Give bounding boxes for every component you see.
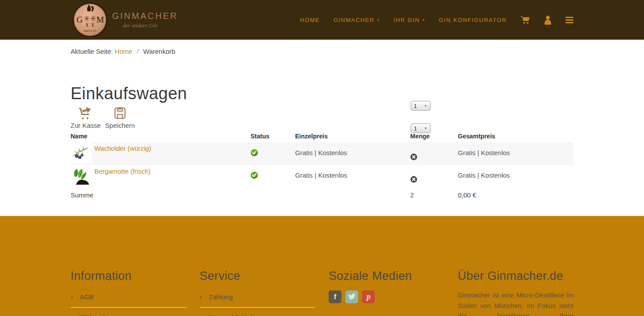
nav-gin-konfigurator[interactable]: GIN KONFIGURATOR	[439, 17, 507, 23]
cart-row-bergamotte: Bergamotte (frisch) Gratis | Kostenlos	[71, 165, 573, 187]
footer-column-social: Soziale Medien f p Newsletter	[329, 269, 445, 316]
user-account-button[interactable]	[544, 15, 552, 25]
breadcrumb-prefix: Aktuelle Seite:	[71, 48, 113, 55]
nav-ihr-gin[interactable]: IHR GIN▾	[393, 17, 425, 23]
nav-ginmacher[interactable]: GINMACHER▾	[333, 17, 380, 23]
nav-home[interactable]: HOME	[300, 17, 320, 23]
select-arrow-icon: ▼	[424, 104, 427, 108]
main-content: Aktuelle Seite: Home / Warenkorb Einkauf…	[0, 40, 644, 216]
chevron-right-icon: ›	[200, 313, 202, 316]
unit-price: Gratis | Kostenlos	[295, 149, 347, 156]
product-thumbnail-wacholder	[71, 142, 92, 164]
remove-item-button-bergamotte[interactable]	[410, 176, 417, 184]
list-item: › AGB	[71, 290, 187, 308]
monogram-g: G	[77, 15, 83, 24]
status-ok-icon	[251, 171, 258, 179]
cart-table: Name Status Einzelpreis Menge Gesamtprei…	[71, 133, 573, 199]
footer-heading-about: Über Ginmacher.de	[458, 269, 574, 283]
list-item: › Widerruf	[71, 308, 187, 316]
monogram-m: M	[96, 15, 104, 24]
brand-tagline: der andere Gin	[123, 22, 178, 29]
facebook-button[interactable]: f	[329, 290, 341, 303]
page-title: Einkaufswagen	[71, 83, 573, 104]
twitter-bird-icon	[348, 294, 356, 300]
facebook-icon: f	[334, 293, 337, 301]
list-item: › Zahlung	[200, 290, 316, 308]
logo[interactable]: G M MMXVIII GINMACHER der andere Gin	[72, 2, 178, 37]
breadcrumb-home-link[interactable]: Home	[115, 48, 132, 55]
cart-toolbar: Zur Kasse Speichern	[71, 106, 573, 129]
brand-name: GINMACHER	[112, 11, 178, 21]
shopping-cart-icon	[520, 15, 530, 25]
breadcrumb-current: Warenkorb	[143, 48, 176, 55]
summary-quantity: 2	[410, 191, 414, 199]
chevron-right-icon: ›	[71, 313, 73, 316]
footer-heading-service: Service	[200, 269, 316, 283]
col-header-total-price: Gesamtpreis	[458, 133, 573, 142]
footer-column-about: Über Ginmacher.de Ginmacher ist eine Mic…	[458, 269, 574, 316]
col-header-status: Status	[251, 133, 295, 142]
total-price: Gratis | Kostenlos	[458, 149, 510, 156]
quantity-select-row-1[interactable]: 1 ▼	[411, 101, 431, 111]
checkout-label: Zur Kasse	[71, 122, 101, 129]
quantity-select-row-2[interactable]: 1 ▼	[411, 123, 431, 133]
menu-button[interactable]	[565, 17, 573, 23]
chevron-right-icon: ›	[71, 293, 73, 301]
site-header: G M MMXVIII GINMACHER der andere Gin HOM…	[0, 0, 644, 40]
product-thumbnail-bergamotte	[71, 165, 92, 186]
pinterest-button[interactable]: p	[362, 290, 375, 303]
product-link-wacholder[interactable]: Wacholder (würzig)	[94, 142, 151, 165]
medallion-year: MMXVIII	[83, 30, 96, 32]
twitter-button[interactable]	[345, 290, 358, 303]
summary-total: 0,00 €	[458, 191, 476, 199]
save-icon	[113, 106, 127, 120]
cart-button[interactable]	[520, 15, 530, 25]
remove-item-button-wacholder[interactable]	[410, 153, 417, 162]
col-header-unit-price: Einzelpreis	[295, 133, 410, 142]
chevron-down-icon: ▾	[377, 18, 380, 22]
footer-link-versand[interactable]: Versand & Lieferung	[209, 313, 269, 316]
cart-summary-row: Summe 2 0,00 €	[71, 187, 573, 199]
checkout-cart-icon	[77, 106, 94, 120]
product-link-bergamotte[interactable]: Bergamotte (frisch)	[94, 165, 151, 187]
site-footer: Information › AGB › Widerruf Service › Z…	[0, 216, 644, 316]
about-text: Ginmacher ist eine Micro-Destillerie im …	[458, 290, 574, 316]
breadcrumb: Aktuelle Seite: Home / Warenkorb	[71, 40, 573, 55]
checkout-button[interactable]: Zur Kasse	[71, 106, 101, 129]
hamburger-menu-icon	[565, 17, 573, 23]
footer-heading-social: Soziale Medien	[329, 269, 445, 283]
footer-column-service: Service › Zahlung › Versand & Lieferung	[200, 269, 316, 316]
chevron-right-icon: ›	[200, 293, 202, 301]
footer-column-information: Information › AGB › Widerruf	[71, 269, 187, 316]
unit-price: Gratis | Kostenlos	[295, 171, 347, 179]
status-ok-icon	[251, 149, 258, 156]
cart-table-wrap: 1 ▼ 1 ▼ Name Status Einzelpreis Menge	[71, 133, 573, 199]
list-item: › Versand & Lieferung	[200, 308, 316, 316]
total-price: Gratis | Kostenlos	[458, 171, 510, 179]
x-circle-icon	[410, 176, 417, 183]
save-label: Speichern	[105, 122, 135, 129]
cart-row-wacholder: Wacholder (würzig) Gratis | Kostenlos	[71, 142, 573, 165]
col-header-quantity: Menge	[410, 133, 458, 142]
footer-heading-information: Information	[71, 269, 187, 283]
summary-label: Summe	[71, 191, 94, 199]
footer-link-agb[interactable]: AGB	[80, 293, 94, 301]
footer-link-widerruf[interactable]: Widerruf	[80, 313, 105, 316]
select-arrow-icon: ▼	[424, 126, 427, 130]
breadcrumb-separator: /	[137, 48, 139, 55]
x-circle-icon	[410, 153, 417, 160]
main-nav: HOME GINMACHER▾ IHR GIN▾ GIN KONFIGURATO…	[300, 15, 573, 25]
save-cart-button[interactable]: Speichern	[105, 106, 135, 129]
chevron-down-icon: ▾	[423, 18, 425, 22]
user-icon	[544, 15, 552, 25]
pinterest-icon: p	[367, 292, 371, 301]
ginmacher-medallion-icon: G M MMXVIII	[72, 2, 108, 37]
col-header-name: Name	[71, 133, 251, 142]
footer-link-zahlung[interactable]: Zahlung	[209, 293, 232, 301]
